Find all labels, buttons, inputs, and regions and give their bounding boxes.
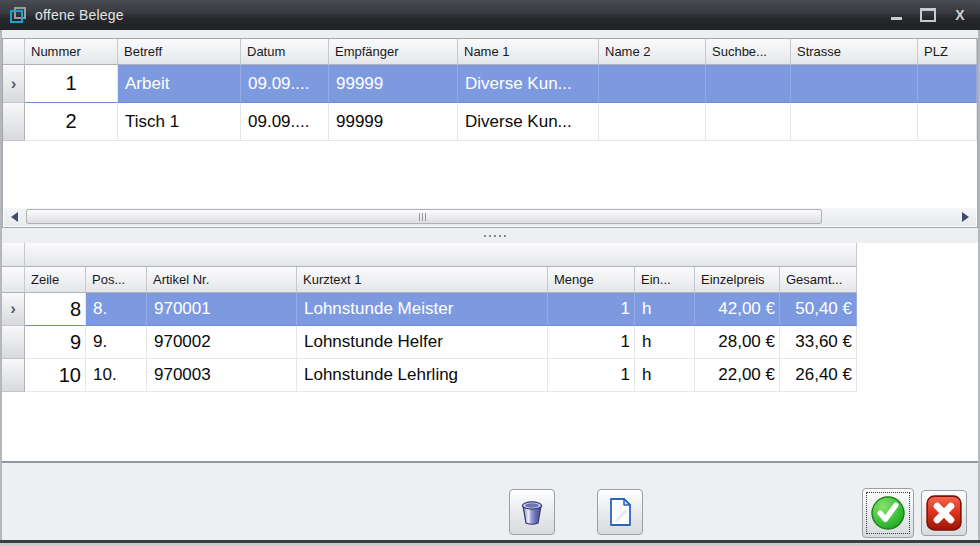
app-icon-front-square (10, 10, 23, 23)
cell-menge[interactable]: 1 (548, 293, 635, 326)
cell-einheit[interactable]: h (635, 326, 695, 359)
cell-datum[interactable]: 09.09.... (241, 103, 329, 141)
trash-icon (516, 496, 548, 528)
positions-grid-header-row: Zeile Pos... Artikel Nr. Kurztext 1 Meng… (2, 267, 857, 293)
window-border-left (0, 30, 2, 546)
maximize-button[interactable] (920, 7, 936, 23)
indicator-header-cell (2, 267, 25, 293)
cell-artikelnr[interactable]: 970001 (147, 293, 297, 326)
column-header-suchbegriff[interactable]: Suchbe... (706, 39, 791, 65)
column-header-artikelnr[interactable]: Artikel Nr. (147, 267, 297, 293)
cell-zeile[interactable]: 9 (25, 326, 86, 359)
scrollbar-thumb[interactable] (26, 209, 822, 224)
column-header-nummer[interactable]: Nummer (25, 39, 118, 65)
cell-betreff[interactable]: Tisch 1 (118, 103, 241, 141)
cell-name2[interactable] (599, 103, 706, 141)
column-header-kurztext[interactable]: Kurztext 1 (297, 267, 548, 293)
cell-pos[interactable]: 8. (86, 293, 147, 326)
cell-plz[interactable] (918, 65, 977, 103)
minimize-icon (891, 17, 902, 20)
row-indicator (2, 326, 25, 359)
table-row[interactable]: › 8 8. 970001 Lohnstunde Meister 1 h 42,… (2, 293, 857, 326)
positions-grid-area: Zeile Pos... Artikel Nr. Kurztext 1 Meng… (2, 243, 978, 461)
table-row[interactable]: 9 9. 970002 Lohnstunde Helfer 1 h 28,00 … (2, 326, 857, 359)
minimize-button[interactable] (888, 7, 904, 23)
cell-einzelpreis[interactable]: 22,00 € (695, 359, 780, 392)
cell-gesamt[interactable]: 26,40 € (780, 359, 857, 392)
delete-button[interactable] (509, 489, 555, 535)
cell-strasse[interactable] (791, 65, 918, 103)
column-header-menge[interactable]: Menge (548, 267, 635, 293)
cell-gesamt[interactable]: 50,40 € (780, 293, 857, 326)
column-header-zeile[interactable]: Zeile (25, 267, 86, 293)
cell-zeile[interactable]: 8 (25, 293, 86, 326)
horizontal-scrollbar[interactable] (4, 208, 976, 226)
cell-name1[interactable]: Diverse Kun... (458, 65, 599, 103)
cell-name2[interactable] (599, 65, 706, 103)
cell-zeile[interactable]: 10 (25, 359, 86, 392)
cell-suchbegriff[interactable] (706, 65, 791, 103)
window-controls: X (888, 0, 968, 30)
cell-empfaenger[interactable]: 99999 (329, 65, 458, 103)
app-icon (10, 7, 26, 23)
column-header-gesamt[interactable]: Gesamt... (780, 267, 857, 293)
titlebar[interactable]: offene Belege X (0, 0, 980, 30)
cell-einheit[interactable]: h (635, 359, 695, 392)
cell-pos[interactable]: 9. (86, 326, 147, 359)
cell-datum[interactable]: 09.09.... (241, 65, 329, 103)
row-indicator (2, 359, 25, 392)
column-header-betreff[interactable]: Betreff (118, 39, 241, 65)
column-header-plz[interactable]: PLZ (918, 39, 977, 65)
cancel-button[interactable] (921, 490, 967, 536)
column-header-strasse[interactable]: Strasse (791, 39, 918, 65)
splitter-handle[interactable] (2, 228, 978, 243)
cell-betreff[interactable]: Arbeit (118, 65, 241, 103)
cell-strasse[interactable] (791, 103, 918, 141)
cell-artikelnr[interactable]: 970003 (147, 359, 297, 392)
cell-nummer[interactable]: 2 (25, 103, 118, 141)
column-header-pos[interactable]: Pos... (86, 267, 147, 293)
cell-einzelpreis[interactable]: 42,00 € (695, 293, 780, 326)
column-header-datum[interactable]: Datum (241, 39, 329, 65)
indicator-header-cell (3, 39, 25, 65)
cell-suchbegriff[interactable] (706, 103, 791, 141)
maximize-icon (920, 8, 936, 22)
cell-nummer[interactable]: 1 (25, 65, 118, 103)
positions-grid-band-row (2, 243, 857, 267)
table-row[interactable]: 10 10. 970003 Lohnstunde Lehrling 1 h 22… (2, 359, 857, 392)
cell-gesamt[interactable]: 33,60 € (780, 326, 857, 359)
column-header-einzelpreis[interactable]: Einzelpreis (695, 267, 780, 293)
window-title: offene Belege (35, 7, 124, 23)
new-document-button[interactable] (597, 489, 643, 535)
cell-kurztext[interactable]: Lohnstunde Meister (297, 293, 548, 326)
cell-einzelpreis[interactable]: 28,00 € (695, 326, 780, 359)
cell-menge[interactable]: 1 (548, 326, 635, 359)
green-check-icon (869, 494, 907, 532)
cell-name1[interactable]: Diverse Kun... (458, 103, 599, 141)
cell-empfaenger[interactable]: 99999 (329, 103, 458, 141)
cell-menge[interactable]: 1 (548, 359, 635, 392)
scroll-right-icon[interactable] (962, 212, 969, 222)
scroll-left-icon[interactable] (11, 212, 18, 222)
table-row[interactable]: 2 Tisch 1 09.09.... 99999 Diverse Kun... (3, 103, 977, 141)
red-x-icon (925, 494, 963, 532)
column-header-name2[interactable]: Name 2 (599, 39, 706, 65)
positions-grid: Zeile Pos... Artikel Nr. Kurztext 1 Meng… (2, 243, 857, 392)
column-header-einheit[interactable]: Ein... (635, 267, 695, 293)
footer-toolbar (2, 461, 978, 540)
cell-kurztext[interactable]: Lohnstunde Helfer (297, 326, 548, 359)
new-document-icon (604, 496, 636, 528)
cell-pos[interactable]: 10. (86, 359, 147, 392)
column-header-name1[interactable]: Name 1 (458, 39, 599, 65)
column-header-empfaenger[interactable]: Empfänger (329, 39, 458, 65)
table-row[interactable]: › 1 Arbeit 09.09.... 99999 Diverse Kun..… (3, 65, 977, 103)
row-indicator: › (2, 293, 25, 326)
cell-artikelnr[interactable]: 970002 (147, 326, 297, 359)
confirm-button[interactable] (862, 488, 914, 538)
app-window: offene Belege X Nummer Betreff Datum Emp… (0, 0, 980, 546)
close-button[interactable]: X (952, 7, 968, 23)
cell-einheit[interactable]: h (635, 293, 695, 326)
splitter-grip-icon (484, 235, 486, 237)
cell-kurztext[interactable]: Lohnstunde Lehrling (297, 359, 548, 392)
cell-plz[interactable] (918, 103, 977, 141)
